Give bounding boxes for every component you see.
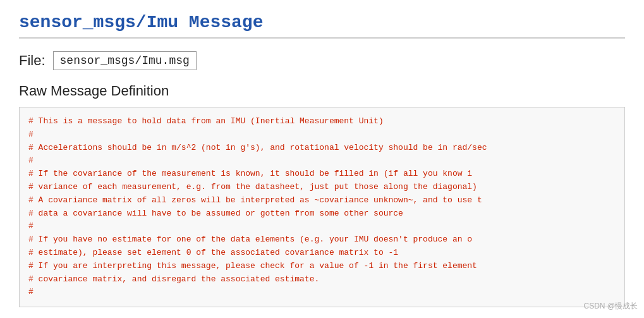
watermark: CSDN @慢成长 [583,301,638,312]
page-title: sensor_msgs/Imu Message [19,13,625,39]
code-line: # If you are interpreting this message, … [28,260,616,273]
code-line: # covariance matrix, and disregard the a… [28,273,616,286]
code-line: # This is a message to hold data from an… [28,115,616,128]
code-line: # [28,128,616,142]
code-block: # This is a message to hold data from an… [19,107,625,307]
file-value: sensor_msgs/Imu.msg [53,51,197,70]
code-line: # [28,220,616,233]
code-line: # data a covariance will have to be assu… [28,207,616,221]
file-section: File: sensor_msgs/Imu.msg [19,51,625,70]
code-line: # [28,286,616,299]
file-label: File: [19,52,46,69]
code-line: # variance of each measurement, e.g. fro… [28,181,616,194]
code-line: # [28,154,616,168]
code-line: # If the covariance of the measurement i… [28,168,616,181]
code-line: # Accelerations should be in m/s^2 (not … [28,142,616,155]
code-line: # A covariance matrix of all zeros will … [28,194,616,207]
raw-message-section-title: Raw Message Definition [19,83,625,99]
code-line: # estimate), please set element 0 of the… [28,247,616,260]
code-line: # If you have no estimate for one of the… [28,233,616,247]
